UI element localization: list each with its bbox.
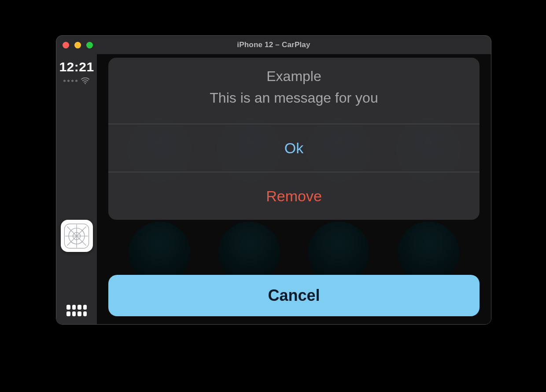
action-sheet-remove-button[interactable]: Remove [108,172,480,220]
wifi-icon [81,76,90,85]
active-app-icon[interactable] [61,220,93,252]
action-sheet-title: Example [117,68,471,85]
stage: iPhone 12 – CarPlay 12:21 [0,0,546,392]
titlebar: iPhone 12 – CarPlay [56,36,491,55]
minimize-button[interactable] [74,42,81,48]
action-sheet-ok-label: Ok [284,140,303,157]
action-sheet-remove-label: Remove [266,188,322,205]
close-button[interactable] [63,42,69,48]
clock-label: 12:21 [59,59,94,74]
action-sheet: Example This is an message for you Ok Re… [108,58,480,220]
svg-point-0 [85,83,86,84]
traffic-lights [63,42,93,48]
status-row [63,76,90,85]
carplay-main: Example This is an message for you Ok Re… [97,54,491,324]
action-sheet-header: Example This is an message for you [108,58,480,124]
action-sheet-ok-button[interactable]: Ok [108,124,480,172]
simulator-window: iPhone 12 – CarPlay 12:21 [56,35,491,325]
action-sheet-cancel-label: Cancel [268,286,320,305]
carplay-screen: 12:21 [56,54,491,324]
signal-dots-icon [63,80,77,82]
zoom-button[interactable] [86,42,93,48]
action-sheet-message: This is an message for you [117,90,471,106]
home-grid-icon[interactable] [66,305,87,316]
action-sheet-cancel-button[interactable]: Cancel [108,275,480,316]
window-title: iPhone 12 – CarPlay [56,41,491,49]
sidebar: 12:21 [56,54,97,324]
